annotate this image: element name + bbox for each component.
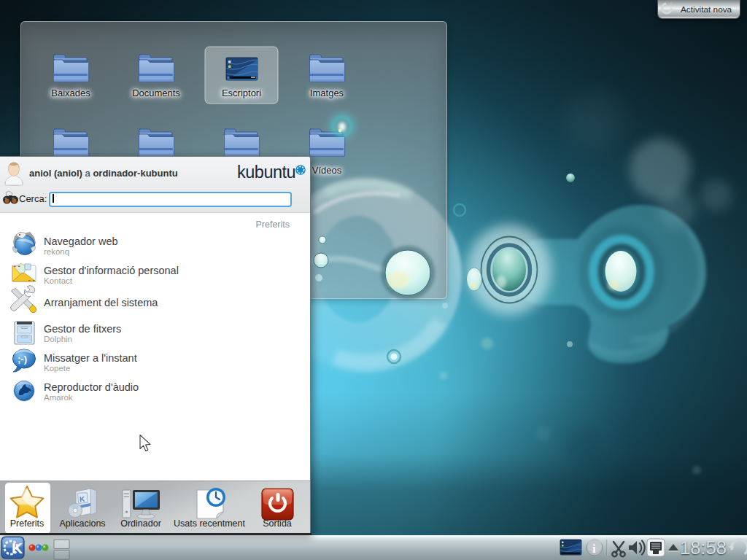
svg-text:Activitat nova: Activitat nova	[681, 4, 732, 15]
svg-text:18:58: 18:58	[680, 537, 727, 558]
svg-text:i: i	[592, 542, 596, 556]
svg-text:K: K	[12, 540, 23, 556]
svg-text:;-): ;-)	[18, 354, 27, 365]
